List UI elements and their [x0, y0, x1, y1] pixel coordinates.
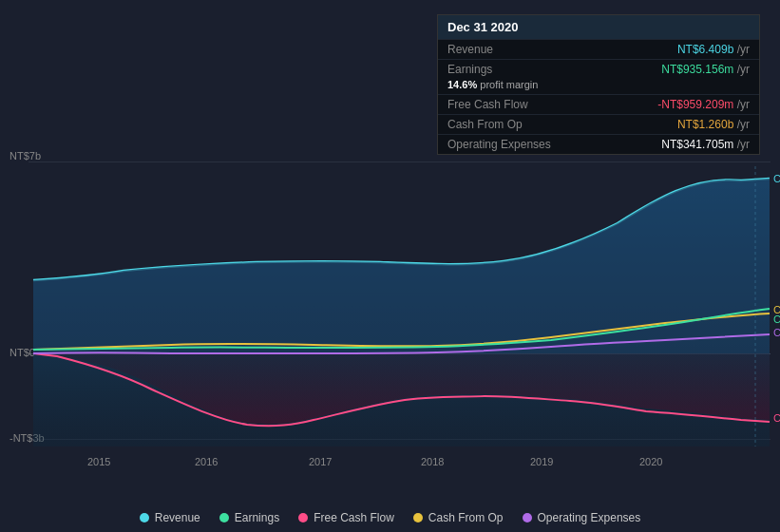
tooltip-card: Dec 31 2020 Revenue NT$6.409b /yr Earnin… — [437, 14, 760, 155]
legend-label-revenue: Revenue — [155, 511, 200, 524]
tooltip-row-revenue: Revenue NT$6.409b /yr — [438, 39, 759, 59]
tooltip-value-revenue: NT$6.409b /yr — [677, 43, 750, 56]
legend-item-fcf[interactable]: Free Cash Flow — [298, 511, 394, 524]
tooltip-profit-margin: 14.6% profit margin — [438, 79, 759, 94]
tooltip-row-cashfromop: Cash From Op NT$1.260b /yr — [438, 114, 759, 134]
tooltip-title: Dec 31 2020 — [438, 15, 759, 39]
tooltip-label-earnings: Earnings — [447, 63, 561, 76]
tooltip-label-cashfromop: Cash From Op — [447, 118, 561, 131]
legend-item-opex[interactable]: Operating Expenses — [523, 511, 641, 524]
tooltip-value-opex: NT$341.705m /yr — [661, 138, 750, 151]
tooltip-label-fcf: Free Cash Flow — [447, 98, 561, 111]
legend-label-earnings: Earnings — [235, 511, 279, 524]
tooltip-value-cashfromop: NT$1.260b /yr — [677, 118, 750, 131]
legend-label-fcf: Free Cash Flow — [314, 511, 394, 524]
tooltip-label-revenue: Revenue — [447, 43, 561, 56]
svg-text:C: C — [773, 173, 780, 184]
legend-dot-cashfromop — [413, 513, 423, 522]
svg-text:C: C — [773, 314, 780, 325]
tooltip-value-earnings: NT$935.156m /yr — [661, 63, 750, 76]
tooltip-row-opex: Operating Expenses NT$341.705m /yr — [438, 134, 759, 154]
svg-text:C: C — [773, 327, 780, 338]
tooltip-value-fcf: -NT$959.209m /yr — [657, 98, 750, 111]
legend-item-cashfromop[interactable]: Cash From Op — [413, 511, 504, 524]
tooltip-row-earnings: Earnings NT$935.156m /yr — [438, 59, 759, 79]
legend-dot-fcf — [298, 513, 308, 522]
legend-item-earnings[interactable]: Earnings — [219, 511, 279, 524]
legend-label-opex: Operating Expenses — [538, 511, 641, 524]
svg-text:C: C — [773, 412, 780, 424]
tooltip-label-opex: Operating Expenses — [447, 138, 561, 151]
legend-dot-revenue — [140, 513, 149, 522]
legend-dot-opex — [523, 513, 532, 522]
legend-dot-earnings — [219, 513, 229, 522]
tooltip-row-fcf: Free Cash Flow -NT$959.209m /yr — [438, 94, 759, 114]
legend-item-revenue[interactable]: Revenue — [140, 511, 200, 524]
legend-label-cashfromop: Cash From Op — [428, 511, 504, 524]
chart-legend: Revenue Earnings Free Cash Flow Cash Fro… — [0, 511, 780, 524]
